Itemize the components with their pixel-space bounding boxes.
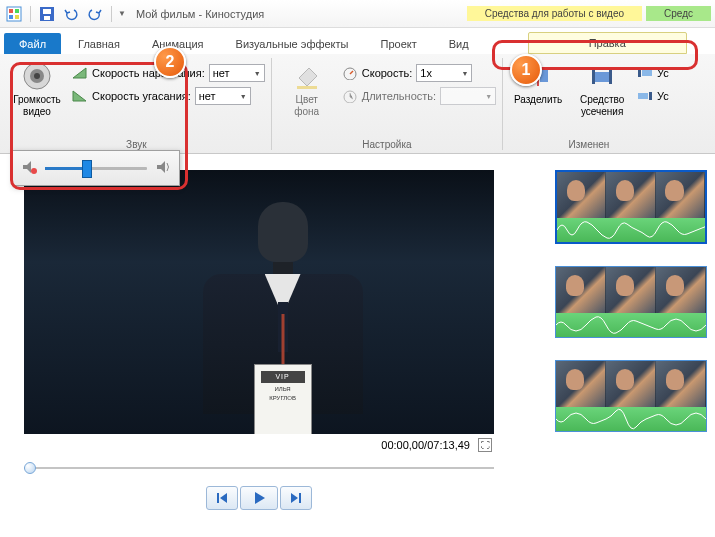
video-preview[interactable]: VIP ИЛЬЯ КРУГЛОВ	[24, 170, 494, 434]
window-title: Мой фильм - Киностудия	[136, 8, 264, 20]
svg-rect-25	[649, 92, 652, 100]
volume-slider-thumb[interactable]	[82, 160, 92, 178]
set-start-label[interactable]: Ус	[657, 67, 669, 79]
svg-rect-21	[609, 70, 612, 84]
svg-rect-3	[9, 15, 13, 19]
undo-icon[interactable]	[61, 4, 81, 24]
ribbon-tabs: Файл Главная Анимация Визуальные эффекты…	[0, 28, 715, 54]
paint-bucket-icon	[291, 60, 323, 92]
speed-icon	[342, 65, 358, 81]
fade-out-icon	[72, 88, 88, 104]
ribbon-group-audio: Громкость видео Скорость нарастания: нет…	[2, 58, 272, 150]
quick-access-toolbar: ▼	[4, 4, 126, 24]
fade-in-icon	[72, 65, 88, 81]
duration-combo[interactable]: ▼	[440, 87, 496, 105]
fade-in-combo[interactable]: нет▼	[209, 64, 265, 82]
svg-rect-7	[44, 16, 50, 20]
speed-combo[interactable]: 1x▼	[416, 64, 472, 82]
trim-button[interactable]: Средство усечения	[573, 58, 631, 118]
svg-marker-26	[23, 161, 31, 173]
set-end-label[interactable]: Ус	[657, 90, 669, 102]
save-icon[interactable]	[37, 4, 57, 24]
svg-rect-1	[9, 9, 13, 13]
scrubber[interactable]	[24, 460, 494, 476]
video-volume-label: Громкость видео	[13, 94, 61, 118]
volume-slider-popup	[12, 150, 180, 186]
duration-label: Длительность:	[362, 90, 436, 102]
svg-rect-6	[43, 9, 51, 14]
annotation-badge-1: 1	[510, 54, 542, 86]
svg-rect-24	[638, 93, 648, 99]
speed-label: Скорость:	[362, 67, 413, 79]
tab-vfx[interactable]: Визуальные эффекты	[221, 33, 364, 54]
timeline-clip[interactable]	[555, 360, 707, 432]
timeline	[555, 170, 715, 432]
context-tab-video[interactable]: Средства для работы с видео	[467, 6, 642, 21]
svg-rect-13	[297, 86, 317, 89]
svg-rect-2	[15, 9, 19, 13]
svg-marker-30	[220, 493, 227, 503]
timeline-clip[interactable]	[555, 266, 707, 338]
set-end-icon	[637, 88, 653, 104]
svg-marker-12	[73, 91, 86, 101]
volume-max-icon	[155, 159, 171, 177]
annotation-badge-2: 2	[154, 46, 186, 78]
app-icon[interactable]	[4, 4, 24, 24]
ribbon-group-settings: Цвет фона Скорость: 1x▼ Длительность: ▼ …	[272, 58, 503, 150]
fade-out-label: Скорость угасания:	[92, 90, 191, 102]
volume-slider[interactable]	[45, 167, 147, 170]
svg-point-10	[34, 73, 40, 79]
svg-rect-4	[15, 15, 19, 19]
svg-rect-29	[217, 493, 219, 503]
video-volume-button[interactable]: Громкость видео	[8, 58, 66, 118]
svg-marker-28	[157, 161, 165, 173]
trim-icon	[586, 60, 618, 92]
duration-icon	[342, 88, 358, 104]
fade-in-label: Скорость нарастания:	[92, 67, 205, 79]
titlebar: ▼ Мой фильм - Киностудия Средства для ра…	[0, 0, 715, 28]
fade-out-combo[interactable]: нет▼	[195, 87, 251, 105]
group-label-settings: Настройка	[278, 137, 496, 150]
next-frame-button[interactable]	[280, 486, 312, 510]
prev-frame-button[interactable]	[206, 486, 238, 510]
tab-view[interactable]: Вид	[434, 33, 484, 54]
preview-panel: VIP ИЛЬЯ КРУГЛОВ 00:00,00/07:13,49 ⛶	[24, 170, 524, 510]
svg-marker-31	[255, 492, 265, 504]
svg-point-27	[31, 168, 37, 174]
svg-rect-33	[299, 493, 301, 503]
tab-project[interactable]: Проект	[365, 33, 431, 54]
playback-controls	[24, 486, 494, 510]
badge-prop: VIP ИЛЬЯ КРУГЛОВ	[254, 364, 312, 434]
scrubber-thumb[interactable]	[24, 462, 36, 474]
group-label-edit: Изменен	[509, 137, 669, 150]
svg-marker-11	[73, 68, 86, 78]
redo-icon[interactable]	[85, 4, 105, 24]
ribbon: Громкость видео Скорость нарастания: нет…	[0, 54, 715, 154]
play-button[interactable]	[240, 486, 278, 510]
svg-marker-32	[291, 493, 298, 503]
tab-file[interactable]: Файл	[4, 33, 61, 54]
tab-edit[interactable]: Правка	[528, 32, 687, 54]
time-display: 00:00,00/07:13,49	[381, 439, 470, 451]
svg-rect-20	[592, 70, 595, 84]
tab-home[interactable]: Главная	[63, 33, 135, 54]
volume-mute-icon	[21, 159, 37, 177]
svg-rect-19	[594, 72, 610, 82]
svg-rect-23	[642, 70, 652, 76]
context-tab-audio[interactable]: Средс	[646, 6, 711, 21]
timeline-clip[interactable]	[555, 170, 707, 244]
speaker-icon	[21, 60, 53, 92]
svg-rect-22	[638, 69, 641, 77]
set-start-icon	[637, 65, 653, 81]
bgcolor-button[interactable]: Цвет фона	[278, 58, 336, 118]
fullscreen-icon[interactable]: ⛶	[478, 438, 492, 452]
group-label-audio: Звук	[8, 137, 265, 150]
